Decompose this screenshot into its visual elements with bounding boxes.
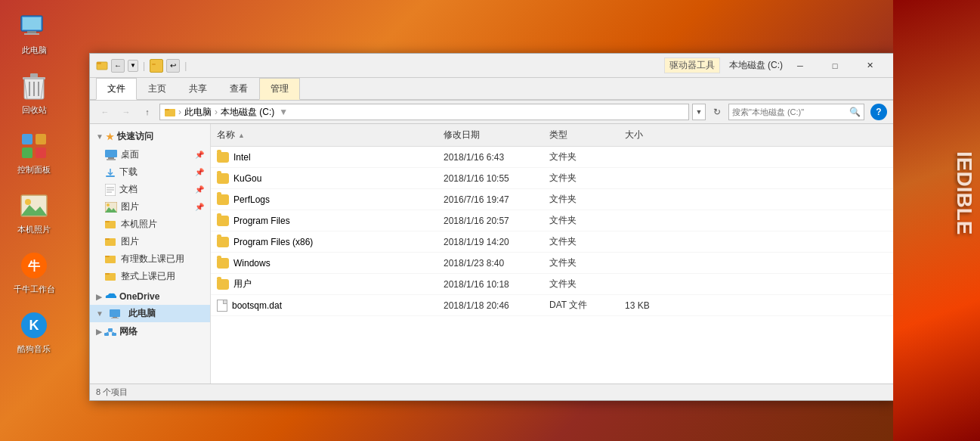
file-row-1[interactable]: KuGou 2018/1/16 10:55 文件夹 [211,168,893,189]
file-name-cell: Program Files (x86) [211,235,437,249]
breadcrumb-pc[interactable]: 此电脑 [184,106,212,119]
nav-back-btn[interactable]: ← [96,104,114,120]
file-row-2[interactable]: PerfLogs 2016/7/16 19:47 文件夹 [211,189,893,210]
ribbon-tab-home[interactable]: 主页 [137,78,178,100]
desktop-icon-this-pc[interactable]: 此电脑 [6,8,63,60]
sidebar-item-downloads[interactable]: 下载 📌 [90,163,210,181]
svg-rect-39 [105,221,110,222]
breadcrumb-drive[interactable]: 本地磁盘 (C:) [221,106,274,119]
sidebar-item-documents[interactable]: 文档 📌 [90,181,210,198]
file-date: 2018/1/18 20:46 [437,299,543,312]
file-size [619,241,694,244]
file-row-6[interactable]: 用户 2018/1/16 10:18 文件夹 [211,274,893,295]
sidebar-item-integer[interactable]: 整式上课已用 [90,268,210,285]
minimize-btn[interactable]: ─ [783,54,818,78]
title-folder-btn[interactable] [150,59,163,73]
local-photos-sidebar-icon [105,219,117,230]
file-row-3[interactable]: Program Files 2018/1/16 20:57 文件夹 [211,210,893,231]
quick-access-arrow: ▼ [96,132,104,141]
col-header-date[interactable]: 修改日期 [437,127,543,143]
path-dropdown-arrow[interactable]: ▼ [279,107,288,117]
svg-rect-3 [24,33,39,35]
desktop-icon-recycle-bin[interactable]: 回收站 [6,67,63,120]
svg-text:K: K [29,318,39,333]
network-label: 网络 [119,325,138,338]
title-dropdown-btn[interactable]: ▼ [128,60,138,72]
desktop-sidebar-icon [105,150,117,160]
this-pc-sidebar-label: 此电脑 [128,307,156,320]
address-dropdown[interactable]: ▼ [692,104,706,120]
sidebar-onedrive[interactable]: ▶ OneDrive [90,288,210,305]
desktop-icon-control-panel[interactable]: 控制面板 [6,127,63,179]
col-header-size[interactable]: 大小 [619,127,694,143]
documents-sidebar-icon [105,184,116,196]
file-size: 13 KB [619,299,694,312]
sidebar-item-desktop[interactable]: 桌面 📌 [90,146,210,163]
desktop-icon-kugou-music[interactable]: K 酷狗音乐 [6,306,63,359]
download-sidebar-icon [105,167,116,178]
file-list-header: 名称 ▲ 修改日期 类型 大小 [211,124,893,147]
address-input[interactable]: › 此电脑 › 本地磁盘 (C:) ▼ [159,104,689,120]
ribbon-tab-view[interactable]: 查看 [218,78,259,100]
file-type: 文件夹 [543,170,619,186]
col-header-type[interactable]: 类型 [543,127,619,143]
this-pc-label: 此电脑 [22,45,47,56]
svg-rect-26 [165,109,169,110]
rational-sidebar-icon [105,254,117,265]
search-icon: 🔍 [849,107,861,117]
file-date: 2018/1/23 8:40 [437,256,543,270]
file-date: 2016/7/16 19:47 [437,193,543,207]
file-list-container: 名称 ▲ 修改日期 类型 大小 Intel [211,124,893,384]
drive-tools-label: 驱动器工具 [664,57,720,73]
file-size [619,177,694,180]
this-pc-sidebar-icon [110,309,122,318]
ribbon-tabs: 文件 主页 共享 查看 管理 [90,78,893,100]
help-btn[interactable]: ? [870,104,887,120]
sidebar-item-local-photos[interactable]: 本机照片 [90,216,210,233]
file-name: Windows [233,258,271,269]
title-undo-btn[interactable]: ↩ [166,59,180,73]
sidebar-this-pc[interactable]: ▼ 此电脑 [90,305,210,322]
file-row-7[interactable]: bootsqm.dat 2018/1/18 20:46 DAT 文件 13 KB [211,295,893,316]
desktop-icon-local-photos[interactable]: 本机照片 [6,187,63,239]
close-btn[interactable]: ✕ [852,54,887,78]
file-row-4[interactable]: Program Files (x86) 2018/1/19 14:20 文件夹 [211,231,893,253]
search-input[interactable] [732,107,846,116]
sidebar-pictures2-label: 图片 [121,235,139,248]
ribbon-tab-file[interactable]: 文件 [96,78,137,100]
refresh-btn[interactable]: ↻ [709,104,725,120]
sidebar-downloads-label: 下载 [119,166,138,179]
file-type: 文件夹 [543,234,619,250]
file-type: 文件夹 [543,191,619,207]
sidebar-item-pictures2[interactable]: 图片 [90,233,210,250]
recycle-bin-label: 回收站 [22,104,47,116]
sidebar-network[interactable]: ▶ 网络 [90,322,210,341]
file-row-0[interactable]: Intel 2018/1/16 6:43 文件夹 [211,147,893,168]
svg-line-52 [107,331,110,333]
pin-icon-documents: 📌 [195,185,204,194]
title-back-btn[interactable]: ← [111,59,125,73]
svg-rect-6 [23,77,45,79]
search-box[interactable]: 🔍 [728,104,864,120]
ribbon-tab-manage[interactable]: 管理 [259,78,300,100]
nav-up-btn[interactable]: ↑ [138,104,156,120]
window-controls: ─ □ ✕ [783,54,887,78]
file-name: Program Files (x86) [233,237,313,247]
sidebar-rational-label: 有理数上课已用 [121,253,184,266]
sidebar-quick-access[interactable]: ▼ ★ 快速访问 [90,127,210,146]
pin-icon-downloads: 📌 [195,168,204,176]
svg-rect-11 [36,134,46,144]
maximize-btn[interactable]: □ [818,54,852,78]
sidebar-item-rational[interactable]: 有理数上课已用 [90,250,210,268]
file-type: 文件夹 [543,255,619,271]
ribbon-tab-share[interactable]: 共享 [178,78,218,100]
svg-rect-2 [27,31,36,33]
file-date: 2018/1/16 20:57 [437,214,543,228]
file-name-cell: Windows [211,256,437,270]
desktop-icon-qianniu[interactable]: 牛 千牛工作台 [6,247,63,299]
sidebar-item-pictures[interactable]: 图片 📌 [90,198,210,216]
file-row-5[interactable]: Windows 2018/1/23 8:40 文件夹 [211,253,893,274]
nav-forward-btn[interactable]: → [117,104,135,120]
col-header-name[interactable]: 名称 ▲ [211,127,437,143]
svg-rect-28 [108,157,114,159]
